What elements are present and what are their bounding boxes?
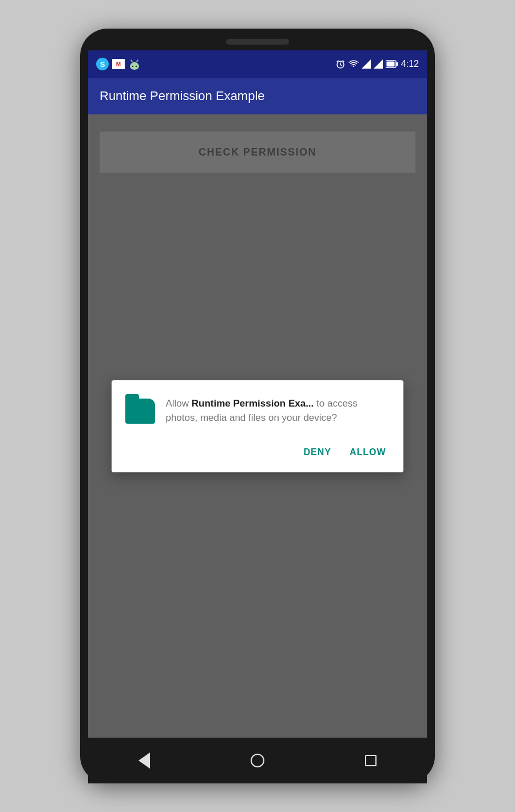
svg-marker-10	[362, 59, 371, 69]
dialog-message: Allow Runtime Permission Exa... to acces…	[165, 396, 389, 425]
dialog-app-name: Runtime Permission Exa...	[192, 398, 314, 409]
status-bar-right: 4:12	[335, 59, 419, 69]
svg-line-4	[137, 60, 138, 62]
home-button[interactable]	[245, 748, 270, 773]
svg-point-1	[132, 66, 133, 67]
status-bar-left: S M	[96, 58, 141, 70]
phone-screen: S M	[88, 50, 427, 783]
s-icon: S	[96, 58, 109, 70]
nav-bar	[88, 738, 427, 783]
svg-line-8	[337, 61, 338, 62]
app-toolbar: Runtime Permission Example	[88, 78, 427, 114]
app-title: Runtime Permission Example	[100, 89, 265, 104]
recents-button[interactable]	[359, 749, 382, 772]
home-icon	[251, 754, 264, 767]
battery-icon	[386, 60, 398, 68]
recents-icon	[365, 755, 377, 766]
main-content: CHECK PERMISSION Allow Runtime Permissio…	[88, 114, 427, 738]
back-icon	[138, 753, 150, 769]
svg-point-2	[136, 66, 137, 67]
svg-rect-13	[396, 62, 398, 66]
status-time: 4:12	[401, 59, 419, 69]
deny-button[interactable]: DENY	[300, 441, 334, 463]
dialog-body: Allow Runtime Permission Exa... to acces…	[125, 396, 389, 425]
gmail-icon: M	[112, 59, 125, 69]
alarm-icon	[335, 59, 346, 69]
phone-speaker	[226, 39, 289, 45]
permission-dialog: Allow Runtime Permission Exa... to acces…	[112, 380, 403, 472]
dialog-overlay: Allow Runtime Permission Exa... to acces…	[88, 114, 427, 738]
signal1-icon	[362, 59, 371, 69]
svg-line-7	[340, 65, 342, 66]
status-bar: S M	[88, 50, 427, 78]
folder-icon	[125, 399, 155, 424]
wifi-icon	[348, 59, 359, 69]
signal2-icon	[374, 59, 383, 69]
back-button[interactable]	[133, 747, 156, 774]
svg-line-3	[131, 60, 132, 62]
svg-rect-14	[386, 62, 394, 67]
svg-marker-11	[374, 59, 383, 69]
dialog-actions: DENY ALLOW	[125, 441, 389, 463]
phone-device: S M	[80, 29, 435, 783]
allow-button[interactable]: ALLOW	[346, 441, 390, 463]
android-icon	[128, 58, 141, 70]
svg-line-9	[343, 61, 344, 62]
